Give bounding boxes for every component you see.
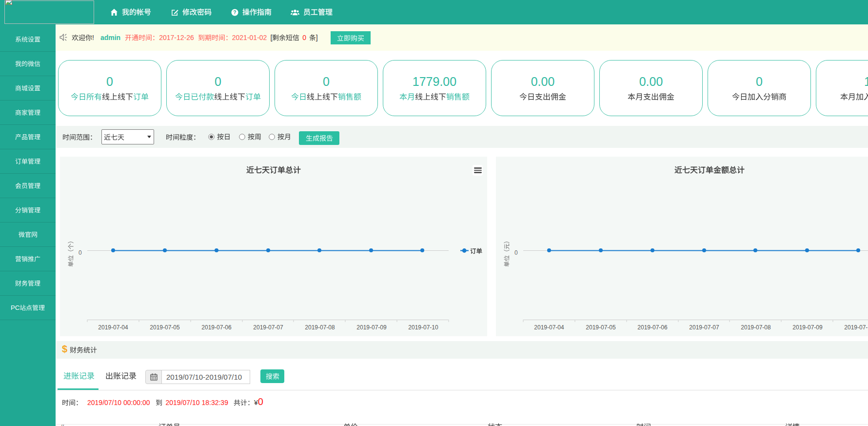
svg-text:?: ? xyxy=(233,10,236,15)
